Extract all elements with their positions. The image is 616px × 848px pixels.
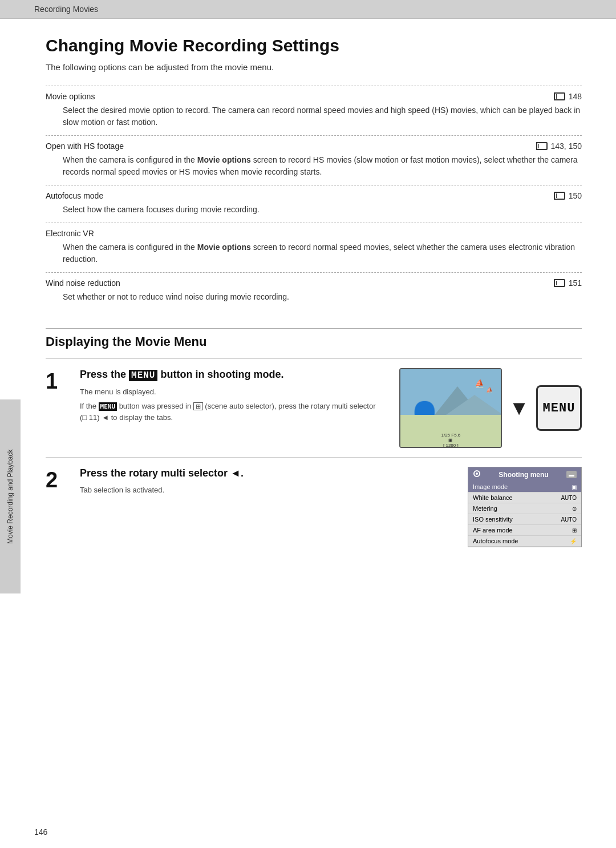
svg-text:⛵: ⛵ bbox=[486, 386, 493, 394]
menu-item-movie-options: Movie options 148 Select the desired mov… bbox=[46, 86, 582, 135]
menu-item-desc: When the camera is configured in the Mov… bbox=[46, 154, 582, 183]
menu-item-title: Open with HS footage bbox=[46, 142, 124, 151]
menu-item-title: Movie options bbox=[46, 92, 95, 101]
svg-text:⛵: ⛵ bbox=[475, 379, 485, 389]
shooting-menu-row-image-mode: Image mode ▣ bbox=[468, 482, 581, 492]
menu-items-list: Movie options 148 Select the desired mov… bbox=[46, 86, 582, 310]
section2-title: Displaying the Movie Menu bbox=[46, 328, 582, 349]
top-bar-label: Recording Movies bbox=[34, 5, 98, 14]
menu-keyword: MENU bbox=[129, 370, 157, 381]
shooting-menu-header-badge: ▬ bbox=[566, 471, 577, 478]
menu-item-title: Wind noise reduction bbox=[46, 278, 120, 288]
camera-info-overlay: 1/25 F5.6 ▣ [ 1260 ] bbox=[400, 433, 501, 448]
menu-item-wind-noise: Wind noise reduction 151 Set whether or … bbox=[46, 272, 582, 310]
step-2: 2 Press the rotary multi selector ◄. Tab… bbox=[46, 457, 582, 556]
step-1-desc1: The menu is displayed. bbox=[80, 386, 376, 398]
shooting-menu-icon bbox=[473, 470, 481, 479]
shooting-menu-row-metering: Metering ⊙ bbox=[468, 503, 581, 514]
menu-item-desc: Select how the camera focuses during mov… bbox=[46, 204, 582, 220]
book-icon bbox=[536, 142, 548, 150]
menu-item-title: Autofocus mode bbox=[46, 191, 103, 200]
menu-button-image: MENU bbox=[536, 385, 582, 431]
page: Recording Movies Movie Recording and Pla… bbox=[0, 0, 616, 848]
menu-item-title: Electronic VR bbox=[46, 229, 94, 238]
shooting-menu-ui: Shooting menu ▬ Image mode ▣ White balan… bbox=[468, 467, 582, 547]
shooting-menu-row-af-area: AF area mode ⊞ bbox=[468, 525, 581, 536]
shooting-menu-screenshot: Shooting menu ▬ Image mode ▣ White balan… bbox=[468, 467, 582, 547]
menu-item-ref: 150 bbox=[554, 191, 582, 200]
shooting-menu-title: Shooting menu bbox=[499, 471, 548, 479]
shooting-menu-row-white-balance: White balance AUTO bbox=[468, 492, 581, 503]
step-1-title: Press the MENU button in shooting mode. bbox=[80, 368, 376, 382]
camera-screen-illustration: ● ⊟ ⛵ ⛵ bbox=[399, 368, 502, 448]
svg-point-7 bbox=[476, 473, 478, 475]
book-icon bbox=[554, 192, 565, 200]
menu-item-desc: Select the desired movie option to recor… bbox=[46, 104, 582, 133]
page-number: 146 bbox=[34, 827, 47, 837]
menu-item-ref: 148 bbox=[554, 92, 582, 101]
menu-item-electronic-vr: Electronic VR When the camera is configu… bbox=[46, 223, 582, 272]
menu-item-ref: 143, 150 bbox=[536, 142, 582, 151]
step-1-number: 1 bbox=[46, 370, 68, 392]
step-1-images: ● ⊟ ⛵ ⛵ bbox=[399, 368, 582, 448]
book-icon bbox=[554, 92, 565, 100]
step-1-desc2: If the MENU button was pressed in ⊞ (sce… bbox=[80, 401, 376, 423]
side-label: Movie Recording and Playback bbox=[0, 399, 21, 593]
main-content: Changing Movie Recording Settings The fo… bbox=[0, 19, 616, 591]
shooting-menu-row-autofocus-mode: Autofocus mode ⚡ bbox=[468, 536, 581, 547]
book-icon bbox=[554, 279, 565, 287]
arrow-down-icon: ▼ bbox=[509, 396, 529, 420]
menu-item-desc: Set whether or not to reduce wind noise … bbox=[46, 291, 582, 308]
step-1: 1 Press the MENU button in shooting mode… bbox=[46, 358, 582, 457]
step-2-title: Press the rotary multi selector ◄. bbox=[80, 467, 445, 480]
subtitle: The following options can be adjusted fr… bbox=[46, 62, 582, 72]
menu-item-autofocus: Autofocus mode 150 Select how the camera… bbox=[46, 185, 582, 223]
top-bar: Recording Movies bbox=[0, 0, 616, 19]
shooting-menu-row-iso: ISO sensitivity AUTO bbox=[468, 514, 581, 525]
step-2-content: Press the rotary multi selector ◄. Tab s… bbox=[80, 467, 445, 499]
menu-item-ref: 151 bbox=[554, 278, 582, 288]
step-2-number: 2 bbox=[46, 469, 68, 491]
camera-screen-sky: ● ⊟ ⛵ ⛵ bbox=[400, 369, 501, 415]
main-title: Changing Movie Recording Settings bbox=[46, 36, 582, 55]
menu-item-hs-footage: Open with HS footage 143, 150 When the c… bbox=[46, 135, 582, 185]
menu-item-desc: When the camera is configured in the Mov… bbox=[46, 241, 582, 270]
step-1-content: Press the MENU button in shooting mode. … bbox=[80, 368, 376, 426]
shooting-menu-header: Shooting menu ▬ bbox=[468, 467, 581, 482]
step-2-desc: Tab selection is activated. bbox=[80, 484, 445, 496]
camera-screen-ground: 1/25 F5.6 ▣ [ 1260 ] bbox=[400, 415, 501, 448]
